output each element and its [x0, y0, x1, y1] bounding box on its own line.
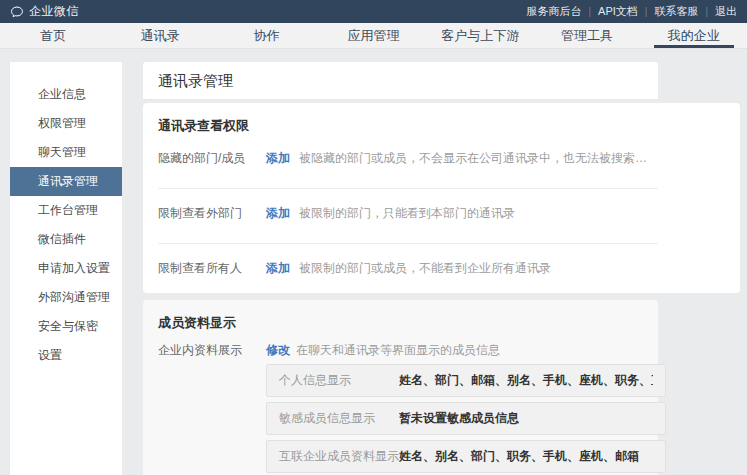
row-label: 隐藏的部门/成员	[158, 150, 266, 167]
row-label: 企业内资料展示	[158, 342, 266, 359]
sensitive-info-display-box: 敏感成员信息显示 暂未设置敏感成员信息	[266, 402, 666, 435]
separator: |	[645, 6, 648, 17]
sidebar-item-security[interactable]: 安全与保密	[10, 312, 122, 341]
sidebar-item-permission-management[interactable]: 权限管理	[10, 109, 122, 138]
row-restrict-other-departments: 限制查看外部门 添加 被限制的部门，只能看到本部门的通讯录	[158, 205, 650, 222]
tab-collaboration[interactable]: 协作	[213, 23, 320, 48]
divider	[158, 188, 658, 189]
settings-sidebar: 企业信息 权限管理 聊天管理 通讯录管理 工作台管理 微信插件 申请加入设置 外…	[10, 62, 122, 475]
row-hidden-departments: 隐藏的部门/成员 添加 被隐藏的部门或成员，不会显示在公司通讯录中，也无法被搜索…	[158, 150, 650, 167]
topbar: 企业微信 服务商后台 | API文档 | 联系客服 | 退出	[0, 0, 747, 23]
tab-home[interactable]: 首页	[0, 23, 107, 48]
separator: |	[588, 6, 591, 17]
link-contact-support[interactable]: 联系客服	[654, 4, 698, 19]
link-service-provider[interactable]: 服务商后台	[526, 4, 581, 19]
chat-bubble-icon	[10, 5, 24, 19]
section-member-profile: 成员资料显示 企业内资料展示 修改 在聊天和通讯录等界面显示的成员信息 个人信息…	[143, 300, 658, 475]
personal-info-display-box: 个人信息显示 姓名、部门、邮箱、别名、手机、座机、职务、直属上级、官网、测...	[266, 364, 666, 397]
row-description: 被限制的部门，只能看到本部门的通讯录	[299, 205, 515, 222]
app-title: 企业微信	[29, 3, 79, 20]
section-heading-member-profile: 成员资料显示	[143, 300, 658, 332]
main-nav: 首页 通讯录 协作 应用管理 客户与上下游 管理工具 我的企业	[0, 23, 747, 49]
box-label: 互联企业成员资料显示	[279, 448, 399, 465]
page-title: 通讯录管理	[143, 62, 658, 100]
row-label: 限制查看所有人	[158, 260, 266, 277]
topbar-links: 服务商后台 | API文档 | 联系客服 | 退出	[526, 4, 737, 19]
row-description: 被隐藏的部门或成员，不会显示在公司通讯录中，也无法被搜索查看	[299, 150, 650, 167]
sidebar-item-external-communication[interactable]: 外部沟通管理	[10, 283, 122, 312]
profile-detail-column: 修改 在聊天和通讯录等界面显示的成员信息 个人信息显示 姓名、部门、邮箱、别名、…	[266, 342, 666, 475]
add-hidden-button[interactable]: 添加	[266, 150, 290, 167]
linked-company-profile-box: 互联企业成员资料显示 姓名、别名、部门、职务、手机、座机、邮箱	[266, 440, 666, 473]
box-value: 姓名、别名、部门、职务、手机、座机、邮箱	[399, 448, 639, 465]
box-value: 暂未设置敏感成员信息	[399, 410, 519, 427]
tab-admin-tools[interactable]: 管理工具	[534, 23, 641, 48]
tab-app-management[interactable]: 应用管理	[320, 23, 427, 48]
row-description: 被限制的部门或成员，不能看到企业所有通讯录	[299, 260, 551, 277]
box-label: 个人信息显示	[279, 372, 399, 389]
section-heading-view-permissions: 通讯录查看权限	[143, 103, 740, 135]
divider	[158, 243, 658, 244]
row-restrict-everyone: 限制查看所有人 添加 被限制的部门或成员，不能看到企业所有通讯录	[158, 260, 650, 277]
modify-profile-button[interactable]: 修改	[266, 342, 290, 359]
tab-contacts[interactable]: 通讯录	[107, 23, 214, 48]
tab-customers[interactable]: 客户与上下游	[427, 23, 534, 48]
sidebar-item-wechat-plugin[interactable]: 微信插件	[10, 225, 122, 254]
add-restricted-all-button[interactable]: 添加	[266, 260, 290, 277]
box-label: 敏感成员信息显示	[279, 410, 399, 427]
profile-action-line: 修改 在聊天和通讯录等界面显示的成员信息	[266, 342, 666, 359]
link-api-docs[interactable]: API文档	[598, 4, 638, 19]
add-restricted-dept-button[interactable]: 添加	[266, 205, 290, 222]
box-value: 姓名、部门、邮箱、别名、手机、座机、职务、直属上级、官网、测...	[399, 372, 653, 389]
tab-my-company[interactable]: 我的企业	[640, 23, 747, 48]
sidebar-item-settings[interactable]: 设置	[10, 341, 122, 370]
section-view-permissions: 通讯录查看权限 隐藏的部门/成员 添加 被隐藏的部门或成员，不会显示在公司通讯录…	[143, 103, 740, 293]
sidebar-item-company-info[interactable]: 企业信息	[10, 80, 122, 109]
sidebar-item-contacts-management[interactable]: 通讯录管理	[10, 167, 122, 196]
sidebar-item-chat-management[interactable]: 聊天管理	[10, 138, 122, 167]
separator: |	[705, 6, 708, 17]
row-label: 限制查看外部门	[158, 205, 266, 222]
sidebar-item-workbench-management[interactable]: 工作台管理	[10, 196, 122, 225]
app-logo[interactable]: 企业微信	[10, 3, 79, 20]
row-internal-profile: 企业内资料展示 修改 在聊天和通讯录等界面显示的成员信息 个人信息显示 姓名、部…	[158, 342, 658, 475]
sidebar-item-join-settings[interactable]: 申请加入设置	[10, 254, 122, 283]
row-description: 在聊天和通讯录等界面显示的成员信息	[296, 342, 500, 359]
link-logout[interactable]: 退出	[715, 4, 737, 19]
